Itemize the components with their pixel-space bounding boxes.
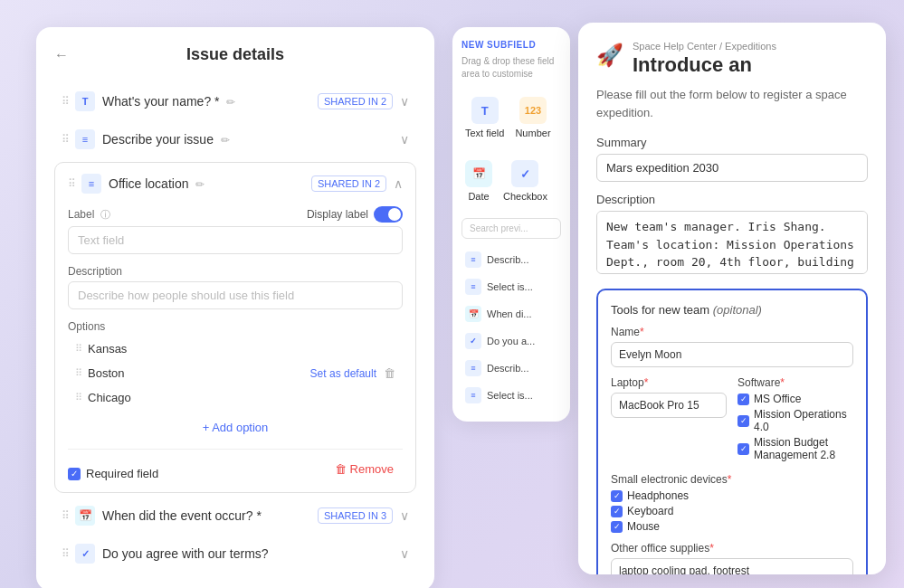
label-row: Label ⓘ Display label [68, 206, 403, 223]
label-text: Label ⓘ [68, 208, 110, 222]
chevron-event[interactable]: ∨ [400, 508, 409, 523]
info-icon: ⓘ [100, 209, 110, 220]
chevron-office[interactable]: ∧ [394, 176, 403, 191]
subfield-list-when[interactable]: 📅 When di... [462, 300, 561, 327]
subfield-list-describe2-label: Describ... [487, 363, 528, 374]
checkbox-subfield-icon: ✓ [511, 160, 538, 187]
edit-icon-issue[interactable]: ✏ [221, 134, 230, 147]
tools-name-label: Name* [611, 326, 853, 338]
edit-icon[interactable]: ✏ [226, 96, 235, 109]
mini-icon-when: 📅 [465, 306, 481, 322]
device-headphones[interactable]: Headphones [611, 489, 853, 502]
form-panel-title-block: Space Help Center / Expeditions Introduc… [633, 41, 776, 77]
form-description: Please fill out the form below to regist… [596, 86, 868, 121]
field-row-terms[interactable]: ⠿ ✓ Do you agree with our terms? ∨ [54, 535, 416, 573]
mission-ops-label: Mission Operations 4.0 [754, 408, 853, 433]
date-subfield-label: Date [468, 191, 489, 202]
field-label-terms: Do you agree with our terms? [102, 546, 400, 561]
field-row-issue[interactable]: ⠿ ≡ Describe your issue ✏ ∨ [54, 120, 416, 158]
text-subfield-icon: T [471, 97, 499, 124]
list-icon-office: ≡ [81, 174, 101, 194]
panel-title: Issue details [54, 45, 416, 64]
laptop-column: Laptop* [611, 376, 727, 464]
keyboard-checkbox[interactable] [611, 506, 623, 517]
tools-name-input[interactable] [611, 342, 853, 367]
software-mission-ops[interactable]: Mission Operations 4.0 [737, 408, 853, 433]
subfield-list-describe2[interactable]: ≡ Describ... [462, 355, 561, 382]
mission-budget-label: Mission Budget Management 2.8 [754, 436, 853, 461]
subfield-list-describe[interactable]: ≡ Describ... [462, 246, 561, 273]
software-label: Software* [737, 376, 853, 389]
headphones-checkbox[interactable] [611, 490, 623, 502]
description-input[interactable] [68, 281, 403, 309]
set-default-button[interactable]: Set as default [310, 367, 376, 380]
software-ms-office[interactable]: MS Office [737, 393, 853, 405]
devices-checkboxes: Headphones Keyboard Mouse [611, 489, 853, 533]
subfield-list-select1[interactable]: ≡ Select is... [462, 273, 561, 300]
mouse-checkbox[interactable] [611, 521, 623, 533]
mini-icon-doyou: ✓ [465, 333, 481, 349]
drag-handle-issue: ⠿ [62, 133, 70, 146]
label-section: Label ⓘ Display label [68, 206, 403, 254]
display-label-switch[interactable] [374, 206, 403, 223]
add-option-button[interactable]: + Add option [68, 415, 403, 440]
display-label-toggle: Display label [307, 206, 403, 223]
field-row-name[interactable]: ⠿ T What's your name? * ✏ SHARED IN 2 ∨ [54, 82, 416, 120]
device-keyboard[interactable]: Keyboard [611, 505, 853, 517]
remove-button[interactable]: 🗑 Remove [326, 457, 403, 481]
tools-supplies-section: Other office supplies* [611, 542, 853, 574]
subfield-date-field[interactable]: 📅 Date [462, 153, 496, 209]
ms-office-label: MS Office [754, 393, 801, 405]
breadcrumb: Space Help Center / Expeditions [633, 41, 776, 52]
mission-budget-checkbox[interactable] [737, 443, 749, 455]
back-button[interactable]: ← [54, 47, 69, 63]
option-item-kansas[interactable]: ⠿ Kansas [68, 337, 403, 361]
subfield-list-doyou[interactable]: ✓ Do you a... [462, 327, 561, 355]
tools-modal: Tools for new team (opitonal) Name* Lapt… [596, 289, 868, 574]
subfield-checkbox-field[interactable]: ✓ Checkbox [500, 153, 551, 209]
option-item-boston[interactable]: ⠿ Boston Set as default 🗑 [68, 361, 403, 385]
option-text-chicago: Chicago [88, 391, 395, 404]
subfield-description: Drag & drop these field area to customis… [462, 55, 561, 81]
ms-office-checkbox[interactable] [737, 394, 749, 405]
supplies-label: Other office supplies* [611, 542, 853, 555]
option-item-chicago[interactable]: ⠿ Chicago [68, 385, 403, 410]
chevron-issue[interactable]: ∨ [400, 132, 409, 147]
laptop-input[interactable] [611, 393, 727, 418]
summary-input[interactable] [596, 154, 868, 182]
required-label: Required field [86, 467, 158, 480]
field-row-event[interactable]: ⠿ 📅 When did the event occur? * SHARED I… [54, 497, 416, 535]
edit-icon-office[interactable]: ✏ [195, 178, 205, 191]
mini-icon-select1: ≡ [465, 279, 481, 295]
panel-header: ← Issue details [54, 45, 416, 64]
options-section: Options ⠿ Kansas ⠿ Boston Set as default… [68, 320, 403, 440]
mini-icon-describe: ≡ [465, 251, 481, 268]
devices-label: Small electronic devices* [611, 473, 853, 486]
chevron-name[interactable]: ∨ [400, 94, 409, 109]
required-field-section: Required field [68, 467, 158, 480]
divider [68, 449, 403, 450]
delete-option-icon[interactable]: 🗑 [384, 366, 395, 380]
shared-badge-office: SHARED IN 2 [311, 175, 386, 192]
mission-ops-checkbox[interactable] [737, 415, 749, 427]
field-label-event: When did the event occur? * [102, 508, 318, 523]
label-input[interactable] [68, 226, 403, 254]
rocket-icon: 🚀 [596, 43, 623, 68]
expanded-header: ⠿ ≡ Office location ✏ SHARED IN 2 ∧ [68, 174, 403, 194]
tools-devices-section: Small electronic devices* Headphones Key… [611, 473, 853, 533]
subfield-number-field[interactable]: 123 Number [511, 90, 554, 146]
text-field-icon: T [75, 91, 95, 111]
software-required-marker: * [780, 376, 785, 389]
subfield-list-select2[interactable]: ≡ Select is... [462, 382, 561, 409]
required-checkbox[interactable] [68, 468, 81, 480]
chevron-terms[interactable]: ∨ [400, 546, 409, 561]
subfield-text-field[interactable]: T Text field [462, 90, 508, 146]
software-mission-budget[interactable]: Mission Budget Management 2.8 [737, 436, 853, 461]
mouse-label: Mouse [627, 520, 660, 533]
text-subfield-label: Text field [465, 128, 504, 138]
description-textarea[interactable]: New team's manager. Iris Shang. Team's l… [596, 211, 868, 274]
device-mouse[interactable]: Mouse [611, 520, 853, 533]
description-fp-section: Description New team's manager. Iris Sha… [596, 193, 868, 278]
supplies-input[interactable] [611, 558, 853, 574]
mini-icon-select2: ≡ [465, 387, 481, 403]
